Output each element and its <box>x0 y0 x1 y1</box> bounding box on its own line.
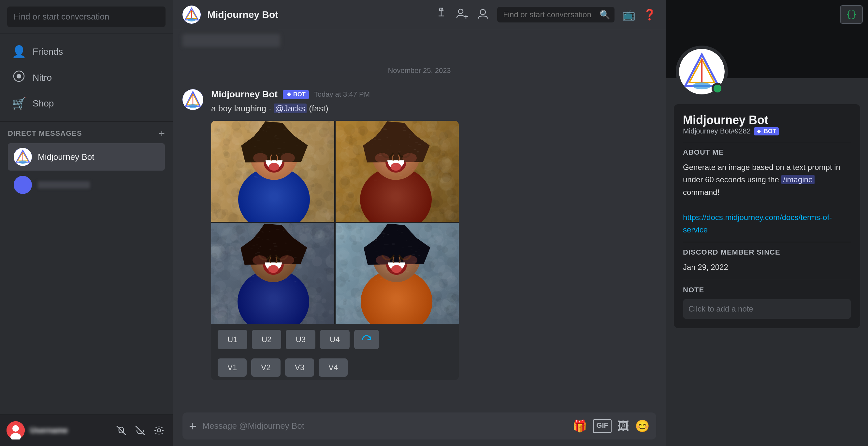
input-add-button[interactable]: + <box>189 413 196 439</box>
pin-header-icon[interactable] <box>435 7 448 22</box>
button-v3[interactable]: V3 <box>285 358 314 377</box>
online-status-dot <box>712 83 723 94</box>
svg-point-18 <box>188 18 195 22</box>
help-header-icon[interactable]: ❓ <box>643 8 656 21</box>
note-title: NOTE <box>683 286 851 294</box>
search-bar-container <box>0 0 173 34</box>
button-u3[interactable]: U3 <box>286 330 315 349</box>
grid-cell-1[interactable] <box>211 121 334 222</box>
svg-point-6 <box>19 161 27 164</box>
button-v2[interactable]: V2 <box>251 358 280 377</box>
grid-cell-2[interactable] <box>336 121 459 222</box>
dm-item-midjourney[interactable]: Midjourney Bot <box>8 143 165 171</box>
gif-button[interactable]: GIF <box>593 419 612 433</box>
sticker-icon[interactable]: 🖼 <box>617 419 629 433</box>
profile-header-icon[interactable] <box>476 7 489 22</box>
deafen-button[interactable] <box>133 423 147 438</box>
chat-header-avatar <box>183 5 201 24</box>
member-since-date: Jan 29, 2022 <box>683 261 851 273</box>
nitro-icon <box>12 70 26 85</box>
svg-point-27 <box>188 104 197 108</box>
search-input[interactable] <box>7 6 165 27</box>
search-header-icon: 🔍 <box>599 9 610 20</box>
add-friend-header-icon[interactable] <box>456 7 468 22</box>
message-header: Midjourney Bot BOT Today at 3:47 PM <box>211 89 656 100</box>
svg-point-32 <box>693 82 711 89</box>
code-button[interactable]: {} <box>840 5 863 24</box>
tos-link[interactable]: https://docs.midjourney.com/docs/terms-o… <box>683 213 832 234</box>
friends-icon: 👤 <box>12 45 26 59</box>
grid-cell-3[interactable] <box>211 223 334 324</box>
imagine-highlight: /imagine <box>781 175 815 184</box>
sidebar-item-friends[interactable]: 👤 Friends <box>4 40 169 64</box>
message-author: Midjourney Bot <box>211 89 278 100</box>
gift-icon[interactable]: 🎁 <box>572 419 587 433</box>
chat-header-name: Midjourney Bot <box>207 9 278 20</box>
date-divider: November 25, 2023 <box>173 66 666 75</box>
friends-label: Friends <box>33 46 63 57</box>
blurred-dm-name <box>38 181 90 188</box>
profile-name: Midjourney Bot <box>683 113 851 127</box>
username: Username <box>30 426 109 435</box>
svg-point-1 <box>17 74 21 78</box>
button-u2[interactable]: U2 <box>252 330 281 349</box>
svg-point-8 <box>12 425 19 432</box>
profile-header-bg: {} <box>666 0 868 78</box>
button-v4[interactable]: V4 <box>319 358 348 377</box>
message-input[interactable] <box>202 412 567 440</box>
screen-share-header-icon[interactable]: 📺 <box>622 8 636 21</box>
grid-cell-4[interactable] <box>336 223 459 324</box>
button-refresh[interactable] <box>354 330 379 349</box>
svg-point-22 <box>480 9 486 15</box>
nav-items: 👤 Friends Nitro 🛒 Shop <box>0 34 173 122</box>
about-me-text: Generate an image based on a text prompt… <box>683 161 851 236</box>
emoji-icon[interactable]: 😊 <box>635 419 650 433</box>
bot-badge: BOT <box>283 90 309 99</box>
settings-button[interactable] <box>152 423 166 438</box>
search-header-input[interactable] <box>497 7 615 23</box>
button-row-2: V1 V2 V3 V4 <box>211 352 459 380</box>
chat-input-container: + 🎁 GIF 🖼 😊 <box>183 412 656 440</box>
button-u1[interactable]: U1 <box>218 330 247 349</box>
message-content: Midjourney Bot BOT Today at 3:47 PM a bo… <box>211 89 656 380</box>
profile-card: Midjourney Bot Midjourney Bot#9282 BOT A… <box>674 104 860 328</box>
profile-tag: Midjourney Bot#9282 BOT <box>683 127 851 135</box>
chat-messages: November 25, 2023 Midjourney Bot BOT <box>173 47 666 406</box>
note-field[interactable]: Click to add a note <box>683 299 851 319</box>
chat-input-area: + 🎁 GIF 🖼 😊 <box>173 406 666 446</box>
member-since-title: DISCORD MEMBER SINCE <box>683 248 851 256</box>
dm-section: DIRECT MESSAGES + Midjourney Bot <box>0 122 173 203</box>
profile-info-section: Midjourney Bot Midjourney Bot#9282 BOT A… <box>666 104 868 328</box>
divider-2 <box>683 242 851 242</box>
mute-button[interactable] <box>114 423 128 438</box>
shop-icon: 🛒 <box>12 97 26 110</box>
message-group: Midjourney Bot BOT Today at 3:47 PM a bo… <box>173 84 666 384</box>
message-avatar <box>183 89 203 110</box>
user-status-bar: Username <box>0 414 173 446</box>
dm-name-midjourney: Midjourney Bot <box>38 152 94 162</box>
blurred-top-content <box>173 29 666 47</box>
midjourney-dm-avatar <box>14 148 32 166</box>
dm-item-blurred[interactable] <box>8 171 165 199</box>
nitro-label: Nitro <box>33 73 52 83</box>
dm-header-label: DIRECT MESSAGES <box>8 129 82 138</box>
dm-header: DIRECT MESSAGES + <box>8 128 165 139</box>
sidebar-item-shop[interactable]: 🛒 Shop <box>4 92 169 115</box>
svg-point-19 <box>459 9 463 14</box>
dm-add-button[interactable]: + <box>159 128 165 139</box>
sidebar-item-nitro[interactable]: Nitro <box>4 65 169 90</box>
chat-header: Midjourney Bot <box>173 0 666 29</box>
button-v1[interactable]: V1 <box>218 358 247 377</box>
blurred-dm-avatar <box>14 176 32 194</box>
message-text: a boy laughing - @Jacks (fast) <box>211 102 656 115</box>
shop-label: Shop <box>33 98 54 109</box>
about-me-title: ABOUT ME <box>683 148 851 157</box>
button-u4[interactable]: U4 <box>320 330 350 349</box>
image-grid <box>211 121 459 324</box>
left-sidebar: 👤 Friends Nitro 🛒 Shop DIRECT MESSAGES + <box>0 0 173 446</box>
bottom-controls <box>114 423 166 438</box>
input-actions: 🎁 GIF 🖼 😊 <box>572 419 650 433</box>
button-row-1: U1 U2 U3 U4 <box>211 324 459 352</box>
svg-point-13 <box>157 429 161 432</box>
message-timestamp: Today at 3:47 PM <box>314 90 370 99</box>
